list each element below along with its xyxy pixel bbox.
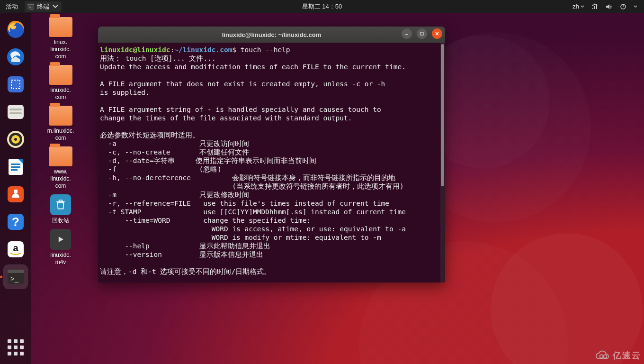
desktop-icon-4[interactable]: 回收站 [37, 194, 84, 224]
desktop-icon-label: m.linuxidc. com [47, 127, 74, 142]
desktop-icon-label: linuxidc. com [50, 87, 71, 101]
svg-rect-30 [8, 270, 24, 273]
folder-icon [49, 17, 72, 37]
show-applications-button[interactable] [5, 337, 27, 358]
dock-files[interactable] [4, 100, 27, 124]
svg-rect-14 [9, 112, 22, 114]
terminal-window: linuxidc@linuxidc: ~/linuxidc.com linuxi… [98, 27, 445, 282]
window-maximize-button[interactable] [417, 28, 427, 39]
watermark: 亿速云 [595, 350, 641, 361]
svg-text:>_: >_ [29, 5, 33, 9]
svg-rect-24 [14, 190, 18, 193]
dock-software[interactable] [4, 182, 27, 206]
volume-icon[interactable] [605, 3, 613, 10]
chevron-down-icon [52, 3, 59, 10]
svg-rect-10 [8, 76, 24, 92]
svg-rect-20 [11, 164, 20, 165]
dock-terminal[interactable]: >_ [4, 265, 27, 289]
svg-rect-13 [9, 109, 22, 110]
dock: ? a >_ [0, 13, 31, 364]
input-source-button[interactable]: zh [572, 3, 584, 10]
desktop-icon-label: www. linuxidc. com [50, 168, 71, 190]
desktop-icon-label: linux. linuxidc. com [50, 39, 71, 60]
dock-thunderbird[interactable] [4, 45, 27, 69]
svg-text:a: a [13, 243, 18, 253]
window-title: linuxidc@linuxidc: ~/linuxidc.com [222, 31, 322, 38]
cloud-icon [595, 350, 611, 361]
svg-rect-12 [8, 105, 24, 119]
window-close-button[interactable] [432, 28, 442, 39]
desktop-icon-label: 回收站 [52, 217, 69, 224]
app-menu-label: 终端 [37, 2, 49, 11]
input-source-label: zh [572, 3, 579, 10]
folder-icon [49, 146, 72, 166]
chevron-down-icon [581, 5, 584, 9]
terminal-icon: >_ [27, 3, 34, 10]
desktop-icon-2[interactable]: m.linuxidc. com [37, 106, 84, 142]
chevron-down-icon [634, 5, 637, 9]
svg-rect-1 [27, 3, 34, 5]
desktop-icon-3[interactable]: www. linuxidc. com [37, 146, 84, 190]
window-titlebar[interactable]: linuxidc@linuxidc: ~/linuxidc.com [98, 27, 445, 43]
desktop-icon-5[interactable]: linuxidc. m4v [37, 229, 84, 266]
svg-point-36 [604, 355, 607, 358]
watermark-text: 亿速云 [613, 350, 641, 361]
folder-icon [49, 65, 72, 85]
network-icon[interactable] [591, 3, 599, 10]
folder-icon [49, 106, 72, 126]
clock[interactable]: 星期二 14：50 [0, 2, 644, 11]
scrollbar-thumb[interactable] [441, 44, 444, 186]
desktop-icon-label: linuxidc. m4v [50, 252, 71, 266]
window-minimize-button[interactable] [402, 28, 412, 39]
svg-rect-34 [420, 32, 423, 35]
svg-point-35 [600, 355, 603, 358]
dock-help[interactable]: ? [4, 210, 27, 234]
dock-firefox[interactable] [4, 18, 27, 41]
svg-text:?: ? [12, 215, 19, 229]
desktop-icons: linux. linuxidc. comlinuxidc. comm.linux… [37, 17, 84, 271]
top-panel: 活动 >_ 终端 星期二 14：50 zh [0, 0, 644, 13]
activities-button[interactable]: 活动 [6, 2, 18, 11]
dock-rhythmbox[interactable] [4, 127, 27, 151]
svg-point-18 [14, 138, 17, 141]
dock-screenshot[interactable] [4, 73, 27, 96]
desktop-icon-0[interactable]: linux. linuxidc. com [37, 17, 84, 60]
dock-amazon[interactable]: a [4, 237, 27, 261]
svg-marker-32 [59, 237, 63, 242]
svg-rect-22 [11, 169, 18, 171]
app-menu-button[interactable]: >_ 终端 [25, 1, 62, 12]
desktop-icon-1[interactable]: linuxidc. com [37, 65, 84, 101]
svg-rect-21 [11, 166, 20, 168]
trash-icon [50, 194, 71, 215]
dock-libreoffice-writer[interactable] [4, 155, 27, 179]
terminal-scrollbar[interactable] [440, 43, 445, 282]
power-icon[interactable] [619, 3, 627, 10]
terminal-content[interactable]: linuxidc@linuxidc:~/linuxidc.com$ touch … [98, 43, 445, 282]
video-icon [50, 229, 71, 250]
svg-text:>_: >_ [10, 274, 19, 282]
